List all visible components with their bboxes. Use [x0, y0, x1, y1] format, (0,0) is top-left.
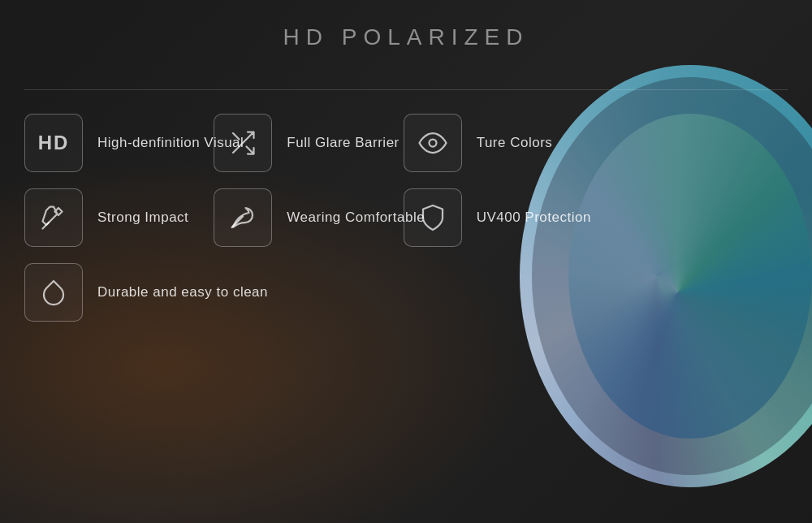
hammer-icon: [39, 203, 68, 232]
feature-true-colors: Ture Colors: [404, 114, 593, 172]
strong-impact-icon-box: [24, 188, 83, 247]
hd-icon: HD: [38, 132, 70, 154]
durable-clean-label: Durable and easy to clean: [97, 284, 268, 300]
svg-point-0: [429, 140, 436, 147]
feature-strong-impact: Strong Impact: [24, 188, 214, 247]
page-title: HD POLARIZED: [0, 24, 812, 50]
feature-row-3: Durable and easy to clean: [24, 263, 593, 322]
svg-line-2: [232, 217, 244, 228]
hd-visual-icon-box: HD: [24, 114, 83, 172]
feature-wearing-comfortable: Wearing Comfortable: [214, 188, 403, 247]
feature-durable-clean: Durable and easy to clean: [24, 263, 593, 322]
wearing-comfortable-icon-box: [214, 188, 272, 247]
feature-uv400: UV400 Protection: [404, 188, 593, 247]
leaf-icon: [228, 203, 257, 232]
uv400-icon-box: [404, 188, 462, 247]
glare-barrier-icon-box: [214, 114, 272, 172]
droplet-icon: [39, 278, 68, 307]
divider: [24, 89, 788, 90]
shield-icon: [418, 203, 447, 232]
feature-row-1: HD High-denfinition Visual Full Glare Ba…: [24, 114, 593, 172]
uv400-label: UV400 Protection: [477, 210, 591, 226]
feature-hd-visual: HD High-denfinition Visual: [24, 114, 214, 172]
features-grid: HD High-denfinition Visual Full Glare Ba…: [24, 114, 593, 338]
true-colors-label: Ture Colors: [477, 135, 553, 151]
durable-clean-icon-box: [24, 263, 83, 322]
feature-row-2: Strong Impact Wearing Comfortable UV400 …: [24, 188, 593, 247]
feature-glare-barrier: Full Glare Barrier: [214, 114, 403, 172]
glare-barrier-label: Full Glare Barrier: [287, 135, 399, 151]
shuffle-icon: [228, 128, 257, 158]
strong-impact-label: Strong Impact: [97, 210, 188, 226]
lens-inner: [568, 114, 812, 439]
true-colors-icon-box: [404, 114, 462, 172]
eye-icon: [418, 128, 447, 158]
